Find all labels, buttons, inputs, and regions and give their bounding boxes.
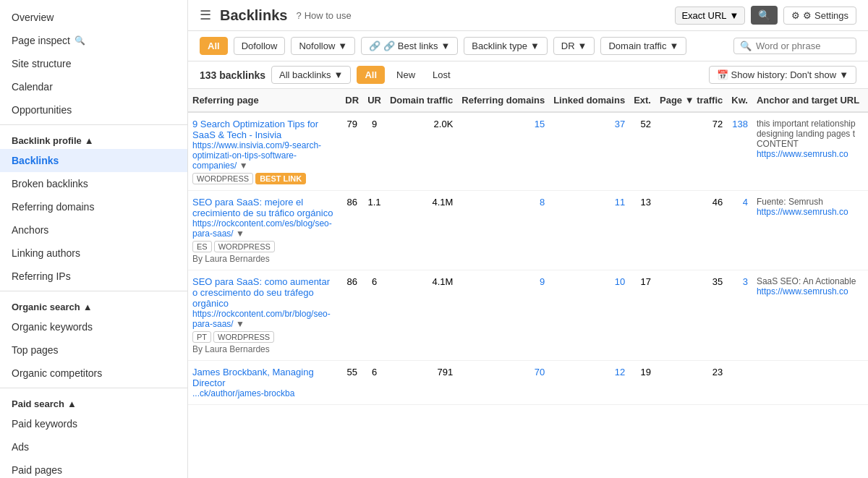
td-linked-domains-value[interactable]: 11 bbox=[615, 197, 625, 208]
th-dr[interactable]: DR bbox=[341, 89, 363, 112]
all-backlinks-dropdown[interactable]: All backlinks ▼ bbox=[271, 66, 351, 84]
filter-backlink-type-button[interactable]: Backlink type ▼ bbox=[464, 37, 547, 55]
td-linked-domains-value[interactable]: 10 bbox=[615, 276, 625, 287]
sidebar-item-backlinks[interactable]: Backlinks bbox=[0, 149, 187, 172]
section-arrow: ▲ bbox=[85, 135, 94, 146]
sidebar-item-opportunities[interactable]: Opportunities bbox=[0, 98, 187, 121]
td-kw[interactable] bbox=[727, 361, 752, 405]
sidebar-item-linking-authors[interactable]: Linking authors bbox=[0, 242, 187, 265]
th-kw[interactable]: Kw. bbox=[727, 89, 752, 112]
th-ur[interactable]: UR bbox=[363, 89, 386, 112]
sidebar-item-top-pages[interactable]: Top pages bbox=[0, 338, 187, 362]
page-title-link[interactable]: SEO para SaaS: mejore el crecimiento de … bbox=[192, 197, 336, 218]
history-arrow: ▼ bbox=[839, 69, 848, 80]
page-title-link[interactable]: SEO para SaaS: como aumentar o crescimen… bbox=[192, 276, 336, 309]
td-linked-domains-value[interactable]: 37 bbox=[615, 119, 625, 129]
th-label-dr: DR bbox=[345, 95, 359, 106]
history-button[interactable]: 📅 Show history: Don't show ▼ bbox=[709, 66, 856, 84]
sidebar-item-referring-domains[interactable]: Referring domains bbox=[0, 195, 187, 218]
filter-domain-traffic-button[interactable]: Domain traffic ▼ bbox=[600, 37, 686, 55]
sidebar-item-site-structure[interactable]: Site structure bbox=[0, 52, 187, 75]
tab-new-button[interactable]: New bbox=[391, 67, 421, 83]
th-linked-domains[interactable]: Linked domains bbox=[549, 89, 629, 112]
td-kw[interactable]: 138 bbox=[727, 112, 752, 191]
url-selector[interactable]: Exact URL ▼ bbox=[675, 7, 745, 25]
filter-bar-2: 133 backlinks All backlinks ▼ All New Lo… bbox=[188, 61, 868, 89]
filter-best-links-button[interactable]: 🔗 🔗 Best links ▼ bbox=[361, 37, 458, 55]
td-linked-domains[interactable]: 37 bbox=[549, 112, 629, 191]
filter-dr-button[interactable]: DR ▼ bbox=[553, 37, 595, 55]
td-kw[interactable]: 3 bbox=[727, 270, 752, 361]
sidebar-item-label: Linking authors bbox=[12, 247, 80, 259]
td-domain-traffic-value: 791 bbox=[438, 367, 454, 377]
sidebar-item-paid-pages[interactable]: Paid pages bbox=[0, 458, 187, 478]
page-title-link[interactable]: James Brockbank, Managing Director bbox=[192, 367, 336, 388]
td-linked-domains[interactable]: 11 bbox=[549, 191, 629, 270]
help-link[interactable]: ? How to use bbox=[296, 10, 351, 21]
tag-wordpress: WORDPRESS bbox=[213, 331, 274, 343]
sidebar-section-backlink-profile[interactable]: Backlink profile ▲ bbox=[0, 128, 187, 149]
url-expand-arrow[interactable]: ▼ bbox=[236, 319, 244, 329]
sidebar-item-organic-keywords[interactable]: Organic keywords bbox=[0, 315, 187, 338]
td-referring-domains[interactable]: 70 bbox=[457, 361, 549, 405]
page-url-link[interactable]: ...ck/author/james-brockba bbox=[192, 388, 336, 398]
sidebar-item-calendar[interactable]: Calendar bbox=[0, 75, 187, 98]
sidebar-item-broken-backlinks[interactable]: Broken backlinks bbox=[0, 172, 187, 195]
search-phrase-input[interactable] bbox=[756, 40, 850, 51]
td-kw-value[interactable]: 3 bbox=[743, 276, 748, 287]
th-anchor[interactable]: Anchor and target URL bbox=[752, 89, 868, 112]
th-ref-page[interactable]: Referring page bbox=[188, 89, 341, 112]
td-referring-domains-value[interactable]: 15 bbox=[535, 119, 545, 129]
sidebar-section-organic-search[interactable]: Organic search ▲ bbox=[0, 294, 187, 315]
td-referring-domains[interactable]: 9 bbox=[457, 270, 549, 361]
page-url-link[interactable]: https://rockcontent.com/br/blog/seo-para… bbox=[192, 309, 336, 329]
td-kw-value[interactable]: 4 bbox=[743, 197, 748, 208]
td-kw[interactable]: 4 bbox=[727, 191, 752, 270]
filter-nofollow-button[interactable]: Nofollow ▼ bbox=[291, 37, 355, 55]
th-page-traffic[interactable]: Page ▼ traffic bbox=[655, 89, 727, 112]
td-dr-value: 86 bbox=[347, 276, 357, 287]
sidebar-item-organic-competitors[interactable]: Organic competitors bbox=[0, 362, 187, 385]
td-ur-value: 9 bbox=[372, 119, 377, 129]
td-referring-domains-value[interactable]: 9 bbox=[540, 276, 545, 287]
td-linked-domains[interactable]: 12 bbox=[549, 361, 629, 405]
page-title-link[interactable]: 9 Search Optimization Tips for SaaS & Te… bbox=[192, 119, 336, 140]
td-referring-page: SEO para SaaS: mejore el crecimiento de … bbox=[188, 191, 341, 270]
hamburger-icon[interactable]: ☰ bbox=[200, 7, 211, 23]
td-referring-domains[interactable]: 15 bbox=[457, 112, 549, 191]
tab-all-button[interactable]: All bbox=[357, 66, 385, 84]
td-referring-domains-value[interactable]: 70 bbox=[535, 367, 545, 377]
sidebar-section-paid-search[interactable]: Paid search ▲ bbox=[0, 391, 187, 412]
td-referring-page: James Brockbank, Managing Director...ck/… bbox=[188, 361, 341, 405]
sidebar-item-paid-keywords[interactable]: Paid keywords bbox=[0, 412, 187, 435]
anchor-url-link[interactable]: https://www.semrush.co bbox=[757, 286, 864, 296]
td-referring-domains-value[interactable]: 8 bbox=[540, 197, 545, 208]
sidebar-item-anchors[interactable]: Anchors bbox=[0, 218, 187, 242]
td-kw-value[interactable]: 138 bbox=[732, 119, 748, 129]
sidebar-item-label: Referring IPs bbox=[12, 270, 71, 282]
tab-lost-button[interactable]: Lost bbox=[427, 67, 456, 83]
gear-icon: ⚙ bbox=[791, 10, 800, 21]
sidebar-item-page-inspect[interactable]: Page inspect 🔍 bbox=[0, 29, 187, 52]
page-url-link[interactable]: https://www.insivia.com/9-search-optimiz… bbox=[192, 140, 336, 171]
filter-dofollow-button[interactable]: Dofollow bbox=[234, 37, 286, 55]
td-linked-domains[interactable]: 10 bbox=[549, 270, 629, 361]
sidebar-item-label: Paid keywords bbox=[12, 418, 77, 430]
th-domain-traffic[interactable]: Domain traffic bbox=[386, 89, 457, 112]
sidebar-item-label: Anchors bbox=[12, 224, 48, 236]
td-referring-domains[interactable]: 8 bbox=[457, 191, 549, 270]
search-button[interactable]: 🔍 bbox=[751, 6, 778, 25]
sidebar-item-ads[interactable]: Ads bbox=[0, 435, 187, 458]
settings-button[interactable]: ⚙ ⚙ Settings bbox=[783, 7, 856, 25]
url-expand-arrow[interactable]: ▼ bbox=[239, 161, 248, 171]
anchor-url-link[interactable]: https://www.semrush.co bbox=[757, 207, 864, 217]
th-ext[interactable]: Ext. bbox=[629, 89, 655, 112]
td-linked-domains-value[interactable]: 12 bbox=[615, 367, 625, 377]
filter-all-button[interactable]: All bbox=[200, 37, 228, 55]
page-url-link[interactable]: https://rockcontent.com/es/blog/seo-para… bbox=[192, 218, 336, 239]
th-referring-domains[interactable]: Referring domains bbox=[457, 89, 549, 112]
sidebar-item-referring-ips[interactable]: Referring IPs bbox=[0, 265, 187, 288]
url-expand-arrow[interactable]: ▼ bbox=[236, 229, 244, 239]
anchor-url-link[interactable]: https://www.semrush.co bbox=[757, 149, 864, 159]
sidebar-item-overview[interactable]: Overview bbox=[0, 6, 187, 29]
